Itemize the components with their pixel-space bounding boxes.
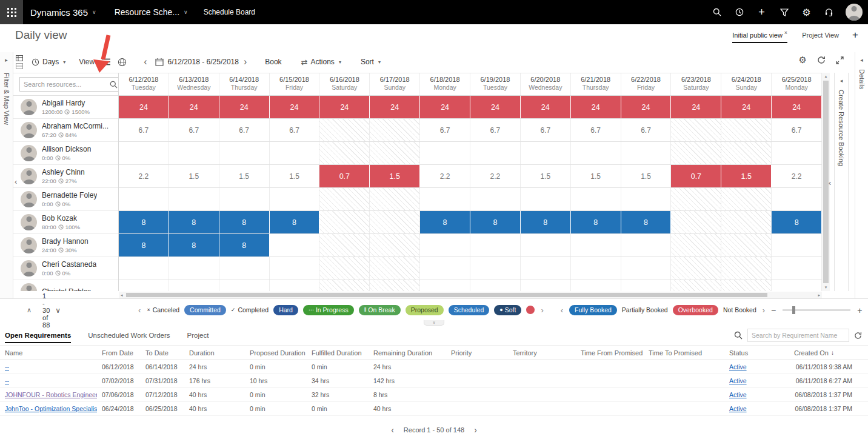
schedule-cell[interactable] bbox=[119, 280, 169, 291]
availability-scroll-left-icon[interactable]: ‹ bbox=[561, 306, 563, 315]
schedule-cell[interactable] bbox=[721, 119, 772, 141]
schedule-cell[interactable] bbox=[671, 280, 721, 291]
schedule-cell[interactable]: 8 bbox=[420, 211, 470, 233]
tab-project-view[interactable]: Project View bbox=[802, 32, 839, 42]
table-row[interactable]: JohnToo - Optimization Specialist06/24/2… bbox=[0, 402, 868, 416]
resource-list-item[interactable]: Bernadette Foley0:000% bbox=[13, 188, 118, 211]
search-icon[interactable] bbox=[706, 0, 728, 24]
schedule-cell[interactable] bbox=[420, 234, 470, 256]
resource-list-item[interactable]: Cheri Castaneda0:000% bbox=[13, 257, 118, 280]
refresh-icon[interactable] bbox=[854, 332, 862, 340]
scroll-right-icon[interactable]: ▸ bbox=[818, 293, 820, 298]
tab-initial-public-view[interactable]: Initial public view× bbox=[732, 30, 787, 43]
open-booking-panel-handle[interactable]: ‹ bbox=[829, 178, 831, 187]
schedule-cell[interactable]: 6.7 bbox=[571, 119, 621, 141]
pager-dropdown-icon[interactable]: ∨ bbox=[55, 306, 61, 315]
tab-unscheduled-work-orders[interactable]: Unscheduled Work Orders bbox=[88, 332, 170, 343]
schedule-cell[interactable] bbox=[319, 280, 370, 291]
schedule-cell[interactable]: 0.7 bbox=[671, 165, 721, 187]
next-range-chevron[interactable]: › bbox=[244, 57, 247, 67]
schedule-cell[interactable] bbox=[671, 211, 721, 233]
search-icon[interactable] bbox=[734, 331, 743, 340]
user-avatar[interactable] bbox=[846, 4, 863, 21]
actions-dropdown[interactable]: ⇄ Actions ▾ bbox=[301, 58, 341, 67]
schedule-cell[interactable]: 24 bbox=[521, 96, 571, 118]
schedule-cell[interactable] bbox=[319, 188, 370, 210]
schedule-cell[interactable]: 24 bbox=[621, 96, 672, 118]
schedule-cell[interactable]: 1.5 bbox=[219, 165, 270, 187]
schedule-cell[interactable] bbox=[219, 142, 270, 164]
table-row[interactable]: --07/02/201807/31/2018176 hrs10 hrs34 hr… bbox=[0, 374, 868, 388]
collapse-resource-panel-handle[interactable]: ‹ bbox=[15, 177, 17, 186]
schedule-cell[interactable]: 24 bbox=[772, 96, 822, 118]
legend-scroll-left-icon[interactable]: ‹ bbox=[138, 306, 141, 315]
schedule-cell[interactable]: 24 bbox=[721, 96, 772, 118]
schedule-cell[interactable] bbox=[772, 142, 822, 164]
collapse-grid-icon[interactable]: ∧ bbox=[27, 306, 32, 314]
schedule-cell[interactable]: 8 bbox=[270, 211, 320, 233]
schedule-cell[interactable]: 2.2 bbox=[420, 165, 470, 187]
schedule-cell[interactable] bbox=[721, 280, 772, 291]
schedule-cell[interactable]: 24 bbox=[219, 96, 270, 118]
schedule-cell[interactable] bbox=[169, 142, 219, 164]
schedule-cell[interactable]: 8 bbox=[772, 211, 822, 233]
resource-list-item[interactable]: Ashley Chinn22:0027% bbox=[13, 165, 118, 188]
column-header[interactable]: Priority bbox=[446, 349, 508, 357]
refresh-icon[interactable] bbox=[817, 56, 826, 64]
schedule-cell[interactable] bbox=[169, 280, 219, 291]
schedule-cell[interactable]: 24 bbox=[420, 96, 470, 118]
schedule-cell[interactable] bbox=[319, 257, 370, 280]
schedule-cell[interactable] bbox=[671, 234, 721, 256]
schedule-cell[interactable]: 24 bbox=[169, 96, 219, 118]
schedule-cell[interactable] bbox=[772, 188, 822, 210]
schedule-cell[interactable]: 8 bbox=[521, 211, 571, 233]
prev-page-chevron[interactable]: ‹ bbox=[391, 425, 394, 435]
schedule-cell[interactable] bbox=[370, 142, 420, 164]
schedule-cell[interactable] bbox=[671, 188, 721, 210]
resource-list-item[interactable]: Bob Kozak80:00100% bbox=[13, 211, 118, 234]
schedule-cell[interactable] bbox=[521, 280, 571, 291]
zoom-out-icon[interactable]: − bbox=[771, 306, 776, 315]
schedule-cell[interactable] bbox=[521, 234, 571, 256]
schedule-cell[interactable]: 0.7 bbox=[319, 165, 370, 187]
schedule-cell[interactable]: 24 bbox=[571, 96, 621, 118]
schedule-cell[interactable]: 24 bbox=[370, 96, 420, 118]
fullscreen-expand-icon[interactable] bbox=[836, 56, 844, 64]
requirement-link[interactable]: -- bbox=[5, 363, 9, 370]
resource-list-item[interactable]: Abraham McCormi...67:2084% bbox=[13, 119, 118, 142]
schedule-cell[interactable] bbox=[319, 234, 370, 256]
resource-list-item[interactable]: Abigail Hardy1200:001500% bbox=[13, 96, 118, 119]
map-view-globe-icon[interactable] bbox=[118, 58, 127, 67]
schedule-cell[interactable]: 1.5 bbox=[169, 165, 219, 187]
schedule-cell[interactable]: 6.7 bbox=[119, 119, 169, 141]
column-header[interactable]: Time To Promised bbox=[644, 349, 724, 357]
schedule-cell[interactable] bbox=[671, 257, 721, 280]
schedule-cell[interactable] bbox=[621, 234, 672, 256]
schedule-cell[interactable] bbox=[721, 257, 772, 280]
schedule-cell[interactable]: 24 bbox=[470, 96, 521, 118]
schedule-cell[interactable]: 2.2 bbox=[470, 165, 521, 187]
schedule-cell[interactable]: 8 bbox=[621, 211, 672, 233]
column-header[interactable]: To Date bbox=[141, 349, 184, 357]
schedule-cell[interactable]: 6.7 bbox=[420, 119, 470, 141]
schedule-cell[interactable] bbox=[420, 188, 470, 210]
schedule-cell[interactable] bbox=[270, 142, 320, 164]
schedule-cell[interactable]: 24 bbox=[119, 96, 169, 118]
column-header[interactable]: Remaining Duration bbox=[369, 349, 446, 357]
schedule-cell[interactable]: 8 bbox=[169, 211, 219, 233]
schedule-cell[interactable] bbox=[370, 280, 420, 291]
requirement-search-input[interactable] bbox=[752, 332, 845, 339]
column-header[interactable]: Territory bbox=[508, 349, 576, 357]
resource-list-item[interactable]: Christal Robles bbox=[13, 280, 118, 291]
resource-search-input[interactable] bbox=[24, 81, 110, 88]
schedule-cell[interactable] bbox=[721, 142, 772, 164]
schedule-cell[interactable] bbox=[319, 142, 370, 164]
schedule-cell[interactable] bbox=[370, 188, 420, 210]
schedule-cell[interactable] bbox=[621, 280, 672, 291]
column-header[interactable]: Fulfilled Duration bbox=[307, 349, 369, 357]
zoom-slider-handle[interactable] bbox=[792, 306, 795, 314]
resource-list-item[interactable]: Allison Dickson0:000% bbox=[13, 142, 118, 165]
brand-chevron-icon[interactable]: ∨ bbox=[92, 9, 96, 15]
schedule-cell[interactable]: 8 bbox=[571, 211, 621, 233]
schedule-cell[interactable]: 1.5 bbox=[721, 165, 772, 187]
